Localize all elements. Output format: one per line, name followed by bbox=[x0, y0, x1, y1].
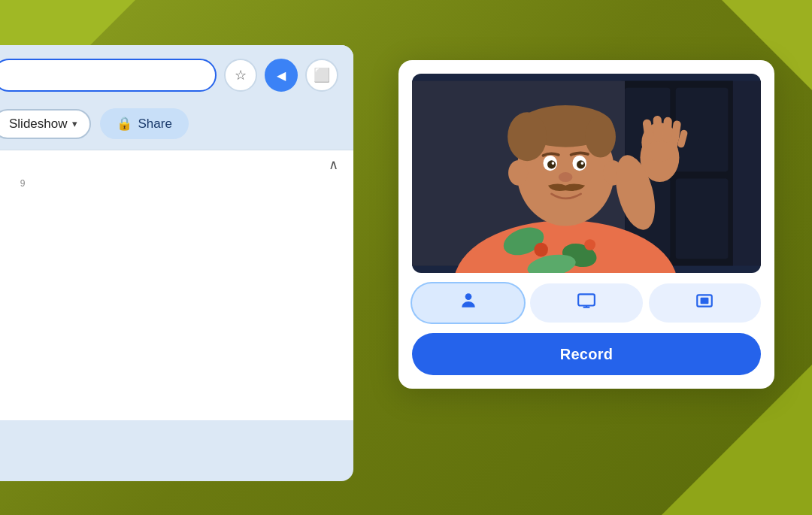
camera-feed bbox=[412, 74, 761, 273]
svg-point-16 bbox=[508, 112, 547, 161]
person-icon bbox=[459, 291, 478, 315]
svg-point-35 bbox=[465, 293, 471, 300]
collapse-icon[interactable]: ∧ bbox=[329, 156, 338, 173]
slideshow-button[interactable]: Slideshow ▾ bbox=[0, 109, 91, 139]
svg-point-11 bbox=[534, 243, 548, 257]
svg-rect-40 bbox=[701, 298, 709, 304]
svg-rect-5 bbox=[676, 178, 729, 259]
search-box[interactable] bbox=[0, 59, 217, 92]
svg-point-22 bbox=[552, 162, 555, 165]
share-label: Share bbox=[138, 117, 172, 132]
lock-icon: 🔒 bbox=[117, 116, 132, 132]
star-icon: ☆ bbox=[235, 67, 247, 83]
mode-screen-button[interactable] bbox=[530, 283, 642, 323]
clipboard-icon: ⬜ bbox=[314, 67, 330, 83]
svg-point-24 bbox=[559, 172, 573, 182]
brand-icon: ◀ bbox=[277, 68, 286, 83]
chevron-down-icon: ▾ bbox=[72, 118, 77, 129]
slideshow-label: Slideshow bbox=[9, 117, 68, 132]
ruler-area: ∧ 8 9 bbox=[0, 150, 353, 195]
svg-point-25 bbox=[508, 160, 528, 185]
svg-rect-36 bbox=[578, 294, 595, 305]
ruler-mark-9: 9 bbox=[20, 178, 26, 189]
mode-person-button[interactable] bbox=[412, 283, 524, 323]
screen-icon bbox=[577, 291, 596, 315]
svg-rect-30 bbox=[653, 116, 662, 143]
star-button[interactable]: ☆ bbox=[224, 59, 257, 92]
svg-point-12 bbox=[584, 239, 595, 250]
ruler-marks: 8 9 bbox=[0, 178, 353, 195]
record-button[interactable]: Record bbox=[412, 333, 761, 375]
svg-rect-3 bbox=[676, 88, 729, 171]
record-panel: Record bbox=[398, 60, 774, 389]
svg-point-21 bbox=[577, 160, 585, 168]
camera-person-svg bbox=[412, 74, 761, 273]
svg-rect-31 bbox=[662, 117, 672, 144]
mode-window-button[interactable] bbox=[649, 283, 761, 323]
slide-content-area bbox=[0, 195, 353, 420]
share-button[interactable]: 🔒 Share bbox=[100, 108, 189, 139]
svg-point-17 bbox=[585, 116, 616, 158]
toolbar-row-2: Slideshow ▾ 🔒 Share bbox=[0, 102, 353, 150]
clipboard-button[interactable]: ⬜ bbox=[305, 59, 338, 92]
brand-button[interactable]: ◀ bbox=[265, 59, 298, 92]
mode-buttons-row bbox=[412, 283, 761, 323]
window-icon bbox=[695, 291, 714, 315]
svg-point-20 bbox=[547, 160, 556, 168]
svg-point-23 bbox=[581, 162, 584, 165]
slideshow-panel: ☆ ◀ ⬜ Slideshow ▾ 🔒 Share ∧ 8 9 bbox=[0, 45, 353, 481]
toolbar-row-1: ☆ ◀ ⬜ bbox=[0, 45, 353, 102]
